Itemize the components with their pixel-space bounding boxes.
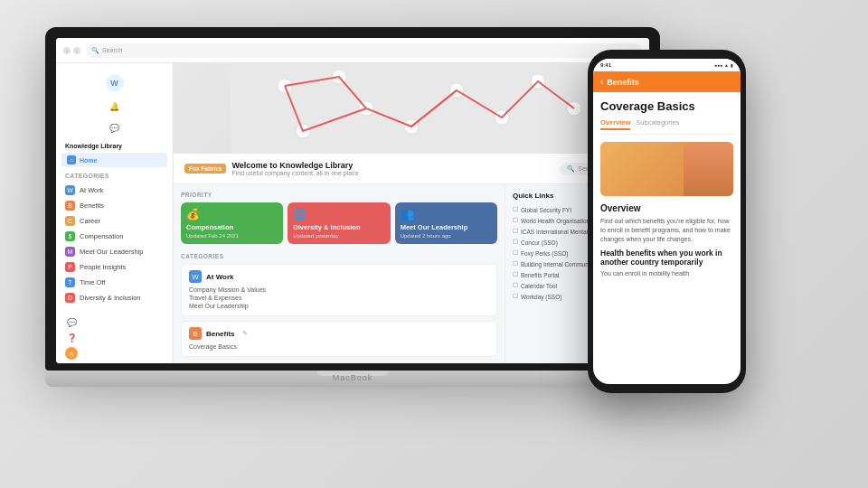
sidebar-label-leadership: Meet Our Leadership [80, 248, 143, 256]
link-icon-3: ☐ [513, 228, 518, 235]
benefits-icon: B [65, 201, 75, 211]
lead-card-date: Updated 2 hours ago [401, 233, 492, 239]
main-content: Fox Fabrics Welcome to Knowledge Library… [174, 63, 649, 363]
priority-card-diversity[interactable]: 🌐 Diversity & Inclusion Updated yesterda… [288, 202, 390, 244]
sidebar: W 🔔 💬 Knowledge Library ⌂ Home [56, 63, 174, 363]
leadership-icon: M [65, 247, 75, 257]
link-icon-7: ☐ [513, 271, 518, 278]
sidebar-item-career[interactable]: C Career [56, 213, 173, 229]
benefits-header: B Benefits ✎ [189, 327, 489, 340]
cat-link-travel[interactable]: Travel & Expenses [189, 294, 489, 302]
link-icon-9: ☐ [513, 293, 518, 300]
diversity-card-icon: 🌐 [293, 208, 384, 221]
app-topbar: ‹ › 🔍 Search [56, 38, 649, 63]
brand-tag: Fox Fabrics [184, 164, 226, 174]
forward-button[interactable]: › [73, 47, 80, 54]
div-card-title: Diversity & Inclusion [293, 223, 384, 231]
header-title: Welcome to Knowledge Library [231, 161, 358, 170]
sidebar-page-title: Knowledge Library [56, 143, 173, 149]
sidebar-bottom: 💬 ❓ A [56, 316, 173, 360]
cat-link-leadership[interactable]: Meet Our Leadership [189, 302, 489, 310]
phone-hero-image [600, 142, 733, 196]
back-button[interactable]: ‹ [63, 47, 71, 54]
sidebar-item-at-work[interactable]: W At Work [56, 183, 173, 198]
sidebar-label-people: People Insights [80, 263, 126, 271]
content-header: Fox Fabrics Welcome to Knowledge Library… [174, 154, 649, 184]
people-icon: P [65, 262, 75, 272]
phone-tab-overview[interactable]: Overview [600, 118, 630, 130]
macbook-screen-outer: ‹ › 🔍 Search W [45, 27, 660, 371]
sidebar-home-item[interactable]: ⌂ Home [61, 153, 167, 167]
macbook-base [45, 371, 660, 387]
sidebar-label-at-work: At Work [80, 186, 104, 194]
user-avatar[interactable]: A [65, 347, 78, 360]
priority-card-compensation[interactable]: 💰 Compensation Updated Feb 24 2021 [181, 202, 283, 244]
macbook: ‹ › 🔍 Search W [45, 27, 660, 387]
at-work-header: W At Work [189, 270, 489, 283]
sidebar-icons: 🔔 💬 [56, 99, 173, 136]
phone-overview-title: Overview [600, 203, 733, 213]
sidebar-label-diversity: Diversity & Inclusion [80, 294, 141, 302]
lead-card-title: Meet Our Leadership [401, 223, 492, 231]
at-work-title: At Work [206, 273, 234, 281]
phone-back-button[interactable]: ‹ [600, 77, 603, 87]
categories-label: Categories [56, 173, 173, 179]
app-ui: ‹ › 🔍 Search W [56, 38, 649, 363]
categories-section-label: CATEGORIES [181, 253, 497, 259]
div-card-date: Updated yesterday [293, 233, 384, 239]
sidebar-home-label: Home [80, 157, 97, 164]
phone-screen: 9:41 ●●● ▲ ▮ ‹ Benefits Coverage Basics … [593, 59, 741, 384]
home-icon: ⌂ [67, 155, 76, 164]
cat-link-mission[interactable]: Company Mission & Values [189, 286, 489, 294]
link-icon-5: ☐ [513, 249, 518, 257]
link-icon-6: ☐ [513, 260, 518, 267]
benefits-cat-icon: B [189, 327, 202, 340]
compensation-icon: $ [65, 231, 75, 241]
phone-image-person [684, 144, 733, 196]
phone-time: 9:41 [600, 62, 611, 68]
search-icon-small: 🔍 [567, 165, 575, 173]
cat-link-coverage[interactable]: Coverage Basics [189, 343, 489, 351]
sidebar-logo: W [106, 74, 124, 92]
phone-image-bg [600, 142, 684, 196]
bell-icon[interactable]: 🔔 [108, 99, 122, 114]
search-bar[interactable]: 🔍 Search [86, 43, 642, 58]
sidebar-label-timeoff: Time Off [80, 278, 105, 286]
phone: 9:41 ●●● ▲ ▮ ‹ Benefits Coverage Basics … [588, 50, 746, 393]
phone-status-right: ●●● ▲ ▮ [714, 62, 733, 68]
category-at-work: W At Work Company Mission & Values Trave… [181, 264, 497, 316]
messages-icon[interactable]: 💬 [65, 316, 78, 329]
benefits-edit-icon[interactable]: ✎ [242, 330, 248, 337]
header-texts: Welcome to Knowledge Library Find useful… [231, 161, 358, 176]
at-work-cat-icon: W [189, 270, 202, 283]
sidebar-item-people[interactable]: P People Insights [56, 259, 173, 275]
chat-icon[interactable]: 💬 [108, 121, 122, 136]
career-icon: C [65, 216, 75, 226]
sidebar-item-benefits[interactable]: B Benefits [56, 198, 173, 213]
diversity-icon: D [65, 293, 75, 303]
signal-icon: ●●● [714, 62, 722, 68]
header-left: Fox Fabrics Welcome to Knowledge Library… [184, 161, 359, 176]
category-benefits: B Benefits ✎ Coverage Basics [181, 321, 497, 357]
phone-tab-subcategories[interactable]: Subcategories [636, 118, 679, 130]
hero-nodes-svg [174, 63, 649, 154]
comp-card-title: Compensation [186, 223, 278, 231]
phone-tabs: Overview Subcategories [600, 118, 733, 135]
main-grid: PRIORITY 💰 Compensation Updated Feb 24 2… [174, 184, 649, 363]
at-work-icon: W [65, 185, 75, 195]
sidebar-label-career: Career [80, 217, 100, 225]
help-icon[interactable]: ❓ [65, 332, 78, 344]
phone-content: Coverage Basics Overview Subcategories O… [593, 92, 741, 384]
phone-topbar: ‹ Benefits [593, 71, 741, 92]
sidebar-item-timeoff[interactable]: T Time Off [56, 275, 173, 290]
link-icon-1: ☐ [513, 206, 518, 213]
wifi-icon: ▲ [724, 62, 729, 68]
sidebar-item-leadership[interactable]: M Meet Our Leadership [56, 244, 173, 259]
nav-dots: ‹ › [63, 47, 80, 54]
sidebar-item-diversity[interactable]: D Diversity & Inclusion [56, 290, 173, 305]
sidebar-item-compensation[interactable]: $ Compensation [56, 229, 173, 244]
leadership-card-icon: 👥 [401, 208, 492, 221]
battery-icon: ▮ [731, 62, 733, 68]
priority-card-leadership[interactable]: 👥 Meet Our Leadership Updated 2 hours ag… [395, 202, 497, 244]
search-icon: 🔍 [91, 47, 99, 54]
